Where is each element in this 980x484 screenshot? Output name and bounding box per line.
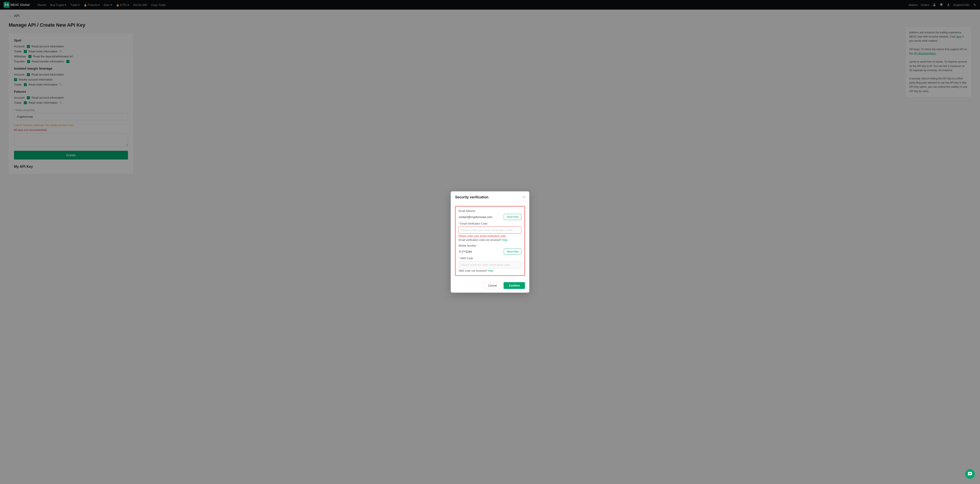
email-verification-input[interactable]	[458, 227, 522, 234]
modal-close-button[interactable]: ×	[523, 195, 525, 199]
modal-footer: Cancel Confirm	[451, 279, 529, 293]
email-address-label: Email Address	[458, 209, 522, 213]
sms-send-now-button[interactable]: Send Now	[504, 249, 522, 255]
modal-title: Security verification	[455, 195, 488, 199]
sms-help-link[interactable]: Help	[488, 269, 493, 272]
email-error-text: Please enter your email verification cod…	[458, 235, 522, 238]
sms-code-label: SMS Code	[458, 257, 522, 260]
chat-button[interactable]	[965, 469, 975, 479]
phone-row: 717**3269 Send Now	[458, 249, 522, 255]
sms-help-text: SMS code not received? Help	[458, 269, 522, 272]
mobile-number-label: Mobile Number	[458, 244, 522, 247]
email-help-link[interactable]: Help	[502, 238, 508, 241]
cancel-button[interactable]: Cancel	[484, 282, 501, 289]
email-send-now-button[interactable]: Send Now	[504, 214, 522, 220]
email-value: contact@cryptonovae.com	[458, 215, 502, 219]
modal-overlay[interactable]: Security verification × Email Address co…	[0, 0, 980, 484]
email-help-text: Email verification code not received? He…	[458, 238, 522, 241]
verification-section: Email Address contact@cryptonovae.com Se…	[455, 206, 525, 276]
modal-header: Security verification ×	[451, 191, 529, 203]
sms-code-input[interactable]	[458, 261, 522, 268]
phone-value: 717**3269	[458, 250, 502, 253]
modal-body: Email Address contact@cryptonovae.com Se…	[451, 203, 529, 279]
email-verification-label: Email Verification Code	[458, 222, 522, 225]
security-verification-modal: Security verification × Email Address co…	[451, 191, 529, 293]
email-row: contact@cryptonovae.com Send Now	[458, 214, 522, 220]
confirm-button[interactable]: Confirm	[504, 282, 525, 289]
